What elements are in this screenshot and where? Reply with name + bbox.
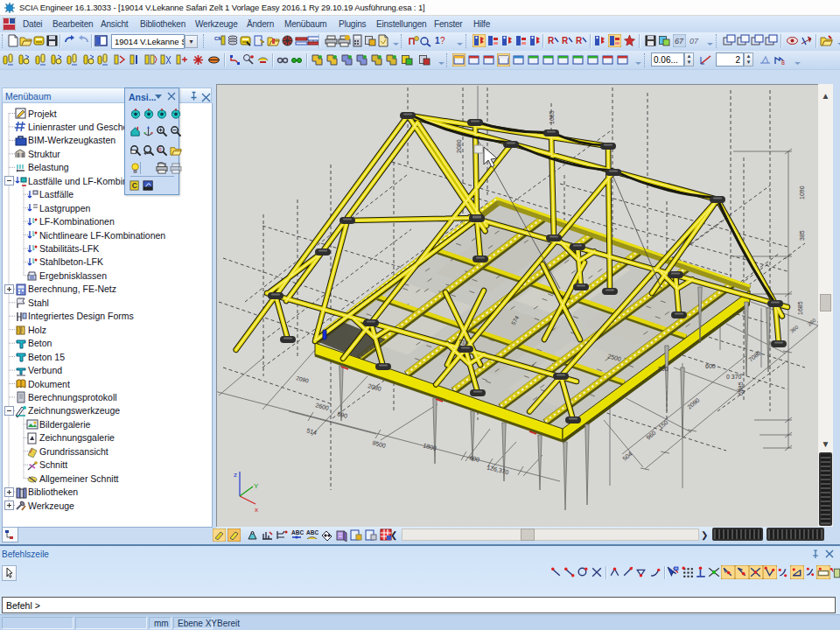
svg-text:1090: 1090	[799, 186, 805, 200]
svg-text:800: 800	[658, 366, 668, 372]
svg-text:ABC: ABC	[306, 529, 318, 536]
svg-text:1685: 1685	[549, 110, 555, 124]
svg-text:0 370: 0 370	[726, 374, 742, 380]
svg-text:x: x	[255, 506, 258, 514]
svg-text:Y: Y	[254, 482, 259, 490]
svg-text:,: ,	[427, 35, 429, 43]
svg-text:6985: 6985	[738, 382, 744, 396]
svg-text:R: R	[158, 147, 162, 152]
svg-text:67: 67	[675, 37, 684, 46]
svg-text:R: R	[576, 36, 583, 46]
svg-text:1685: 1685	[797, 301, 803, 315]
svg-text:C: C	[132, 181, 137, 190]
svg-text:?: ?	[440, 36, 445, 46]
svg-text:R: R	[562, 36, 569, 46]
svg-text:R: R	[548, 36, 555, 46]
svg-text:2080: 2080	[456, 139, 462, 153]
svg-text:600: 600	[705, 363, 716, 369]
svg-text:385: 385	[799, 230, 805, 241]
svg-text:ABC: ABC	[291, 529, 304, 536]
svg-text:07: 07	[690, 37, 699, 46]
svg-text:z: z	[234, 471, 237, 479]
svg-text:8: 8	[781, 60, 785, 66]
